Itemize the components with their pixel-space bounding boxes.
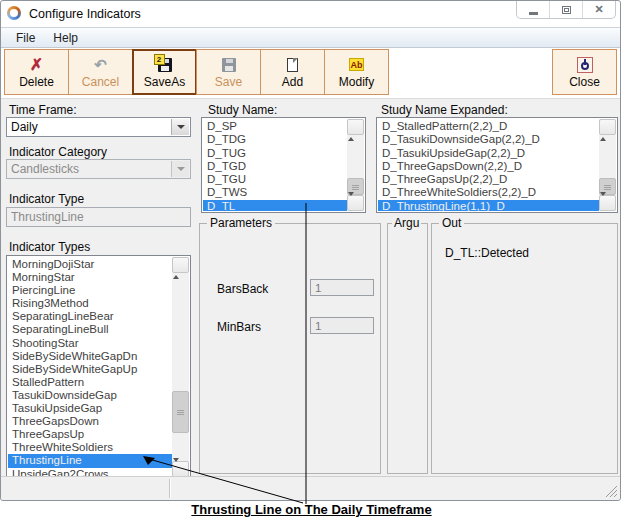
time-frame-value: Daily (11, 120, 38, 134)
close-label: Close (569, 75, 600, 89)
list-item[interactable]: D_StalledPattern(2,2)_D (382, 120, 599, 133)
indicator-category-label: Indicator Category (9, 145, 107, 159)
window-controls: ✕ (516, 1, 616, 19)
dropdown-arrow[interactable] (171, 119, 189, 135)
status-bar (1, 476, 620, 500)
list-item[interactable]: D_TWS (207, 186, 347, 199)
barsback-input: 1 (310, 279, 374, 296)
delete-button[interactable]: ✗ Delete (4, 49, 69, 95)
configure-indicators-window: Configure Indicators ✕ File Help ✗ Delet… (0, 0, 621, 501)
arguments-title: Argu (392, 217, 421, 230)
scroll-up-button[interactable] (172, 257, 189, 273)
menu-help[interactable]: Help (46, 30, 85, 46)
arguments-group: Argu (387, 223, 428, 474)
scrollbar-thumb[interactable] (172, 391, 189, 433)
parameters-group: Parameters BarsBack 1 MinBars 1 (199, 223, 381, 474)
minbars-label: MinBars (217, 320, 261, 334)
list-item[interactable]: PiercingLine (12, 284, 172, 297)
list-item[interactable]: MorningDojiStar (12, 258, 172, 271)
time-frame-select[interactable]: Daily (6, 117, 191, 137)
scroll-up-button[interactable] (347, 119, 364, 135)
close-button[interactable]: Close (552, 49, 617, 95)
indicator-category-value: Candlesticks (11, 162, 79, 176)
list-item[interactable]: D_TGD (207, 160, 347, 173)
list-item[interactable]: ShootingStar (12, 337, 172, 350)
screenshot-root: Configure Indicators ✕ File Help ✗ Delet… (0, 0, 623, 520)
indicator-type-field: ThrustingLine (6, 207, 191, 227)
delete-label: Delete (19, 75, 54, 89)
list-item[interactable]: D_ThreeGapsUp(2,2)_D (382, 173, 599, 186)
list-item[interactable]: D_ThreeWhiteSoldiers(2,2)_D (382, 186, 599, 199)
maximize-icon (562, 6, 571, 14)
out-value: D_TL::Detected (445, 246, 529, 260)
scrollbar[interactable] (347, 119, 364, 211)
undo-arrow-icon: ↶ (94, 57, 107, 72)
list-item[interactable]: SideBySideWhiteGapUp (12, 363, 172, 376)
modify-button[interactable]: Ab Modify (324, 49, 389, 95)
list-item[interactable]: ThrustingLine (8, 454, 172, 467)
list-item[interactable]: D_TUG (207, 147, 347, 160)
parameters-title: Parameters (207, 217, 275, 230)
out-group: Out D_TL::Detected (431, 223, 618, 474)
add-button[interactable]: Add (260, 49, 325, 95)
study-name-expanded-label: Study Name Expanded: (381, 103, 508, 117)
indicator-category-select: Candlesticks (6, 159, 191, 179)
list-item[interactable]: SideBySideWhiteGapDn (12, 350, 172, 363)
list-item[interactable]: StalledPattern (12, 376, 172, 389)
list-item[interactable]: MorningStar (12, 271, 172, 284)
scroll-down-button[interactable] (599, 195, 616, 211)
study-name-list[interactable]: D_SPD_TDGD_TUGD_TGDD_TGUD_TWSD_TL (201, 117, 366, 213)
list-item[interactable]: D_ThrustingLine(1,1)_D (378, 200, 599, 211)
scroll-down-button[interactable] (347, 195, 364, 211)
time-frame-label: Time Frame: (9, 103, 77, 117)
cancel-button[interactable]: ↶ Cancel (68, 49, 133, 95)
power-icon (577, 57, 593, 73)
scroll-down-button[interactable] (172, 461, 189, 477)
list-item[interactable]: ThreeWhiteSoldiers (12, 441, 172, 454)
title-bar[interactable]: Configure Indicators ✕ (1, 1, 620, 27)
scroll-up-button[interactable] (599, 119, 616, 135)
list-item[interactable]: TasukiUpsideGap (12, 402, 172, 415)
list-item[interactable]: D_TasukiUpsideGap(2,2)_D (382, 147, 599, 160)
list-item[interactable]: ThreeGapsUp (12, 428, 172, 441)
save-floppy-icon (222, 58, 236, 72)
modify-label: Modify (339, 75, 374, 89)
app-icon (7, 6, 21, 20)
study-name-label: Study Name: (208, 103, 277, 117)
close-icon: ✕ (594, 4, 603, 15)
add-label: Add (282, 75, 303, 89)
toolbar: ✗ Delete ↶ Cancel 2 SaveAs Save Add Ab M (1, 48, 620, 99)
indicator-type-label: Indicator Type (9, 192, 84, 206)
minimize-button[interactable] (517, 1, 549, 18)
scrollbar[interactable] (172, 257, 189, 477)
list-item[interactable]: D_ThreeGapsDown(2,2)_D (382, 160, 599, 173)
save-as-floppy-icon: 2 (158, 58, 172, 72)
list-item[interactable]: D_TL (203, 200, 347, 211)
list-item[interactable]: SeparatingLineBear (12, 310, 172, 323)
list-item[interactable]: D_SP (207, 120, 347, 133)
list-item[interactable]: ThreeGapsDown (12, 415, 172, 428)
resize-grip[interactable] (605, 485, 618, 498)
list-item[interactable]: D_TasukiDownsideGap(2,2)_D (382, 133, 599, 146)
maximize-button[interactable] (549, 1, 582, 18)
list-item[interactable]: Rising3Method (12, 297, 172, 310)
out-title: Out (439, 217, 464, 230)
study-name-expanded-list[interactable]: D_StalledPattern(2,2)_DD_TasukiDownsideG… (376, 117, 618, 213)
list-item[interactable]: D_TGU (207, 173, 347, 186)
close-window-button[interactable]: ✕ (582, 1, 615, 18)
list-item[interactable]: SeparatingLineBull (12, 323, 172, 336)
status-divider (169, 479, 170, 498)
save-as-button[interactable]: 2 SaveAs (132, 49, 197, 95)
barsback-label: BarsBack (217, 282, 268, 296)
window-title: Configure Indicators (29, 7, 141, 21)
list-item[interactable]: D_TDG (207, 133, 347, 146)
save-label: Save (215, 75, 242, 89)
list-item[interactable]: TasukiDownsideGap (12, 389, 172, 402)
delete-x-icon: ✗ (30, 57, 43, 73)
save-button[interactable]: Save (196, 49, 261, 95)
modify-ab-icon: Ab (349, 58, 364, 71)
indicator-types-list[interactable]: MorningDojiStarMorningStarPiercingLineRi… (6, 255, 191, 479)
menu-file[interactable]: File (9, 30, 42, 46)
annotation-caption: Thrusting Line on The Daily Timeframe (0, 502, 623, 517)
scrollbar[interactable] (599, 119, 616, 211)
